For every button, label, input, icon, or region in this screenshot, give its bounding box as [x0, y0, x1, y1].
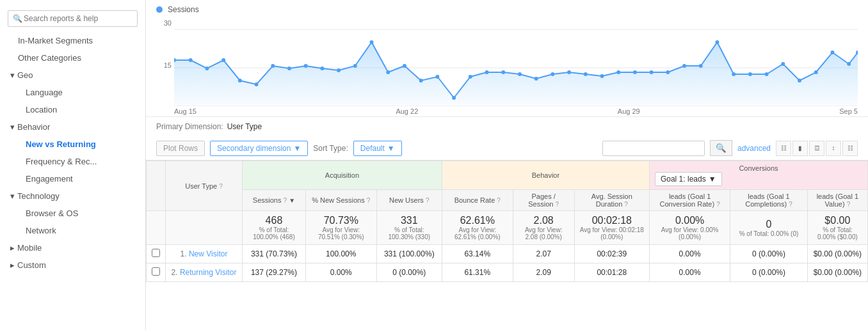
- total-pages-session: 2.08 Avg for View: 2.08 (0.00%): [513, 211, 574, 245]
- row2-leads-conversion: 0.00%: [649, 263, 730, 282]
- total-new-users: 331 % of Total: 100.30% (330): [376, 211, 442, 245]
- sidebar: 🔍 In-Market Segments Other Categories ▾ …: [0, 0, 146, 330]
- svg-point-8: [238, 79, 242, 82]
- primary-dim-label: Primary Dimension:: [156, 122, 223, 131]
- sidebar-item-other-categories[interactable]: Other Categories: [0, 49, 145, 67]
- svg-point-12: [304, 64, 308, 68]
- total-leads-value: $0.00 % of Total: 0.00% ($0.00): [807, 211, 867, 245]
- svg-point-21: [452, 96, 456, 100]
- help-icon[interactable]: ?: [367, 197, 371, 204]
- sidebar-section-custom[interactable]: ▸ Custom: [0, 256, 145, 274]
- help-icon[interactable]: ?: [284, 197, 287, 204]
- sidebar-item-network[interactable]: Network: [0, 222, 145, 239]
- row1-leads-completions: 0 (0.00%): [730, 245, 807, 263]
- goal-dropdown[interactable]: Goal 1: leads ▼: [655, 172, 722, 186]
- sidebar-item-engagement[interactable]: Engagement: [0, 170, 145, 187]
- secondary-dimension-dropdown[interactable]: Secondary dimension ▼: [210, 141, 308, 156]
- help-icon[interactable]: ?: [219, 183, 223, 190]
- svg-point-18: [403, 64, 406, 68]
- y-label-mid: 15: [156, 61, 172, 69]
- th-user-type: User Type ?: [166, 161, 243, 211]
- svg-point-15: [353, 64, 357, 68]
- svg-point-20: [435, 75, 439, 79]
- svg-point-17: [386, 70, 390, 74]
- chart-legend: Sessions: [156, 5, 858, 14]
- view-icon-compare[interactable]: ↕: [826, 141, 841, 156]
- search-icon: 🔍: [13, 14, 22, 23]
- primary-dim-value: User Type: [227, 122, 262, 131]
- svg-point-36: [699, 64, 703, 68]
- chart-svg: [174, 17, 858, 106]
- help-icon[interactable]: ?: [789, 201, 792, 208]
- totals-row: 468 % of Total: 100.00% (468) 70.73% Avg…: [147, 211, 868, 245]
- dropdown-arrow-icon: ▼: [387, 144, 395, 153]
- sidebar-section-mobile[interactable]: ▸ Mobile: [0, 239, 145, 256]
- svg-point-7: [221, 58, 225, 62]
- th-pct-new-sessions: % New Sessions ?: [305, 190, 376, 211]
- search-input[interactable]: [8, 10, 138, 27]
- svg-point-42: [798, 79, 801, 82]
- row1-leads-value: $0.00 (0.00%): [807, 245, 867, 263]
- caret-right-icon: ▸: [10, 243, 15, 253]
- view-icon-grid[interactable]: ☷: [776, 141, 791, 156]
- total-label-cell: [166, 211, 243, 245]
- th-checkbox: [147, 161, 166, 211]
- row1-bounce-rate: 63.14%: [442, 245, 513, 263]
- total-leads-conversion: 0.00% Avg for View: 0.00% (0.00%): [649, 211, 730, 245]
- data-table: User Type ? Acquisition Behavior Convers…: [146, 161, 868, 282]
- sidebar-section-geo[interactable]: ▾ Geo: [0, 67, 145, 84]
- row1-pages-session: 2.07: [513, 245, 574, 263]
- sort-arrow: ▼: [289, 197, 295, 204]
- svg-point-9: [255, 82, 259, 86]
- plot-rows-button[interactable]: Plot Rows: [156, 141, 205, 156]
- help-icon[interactable]: ?: [426, 197, 430, 204]
- sidebar-item-location[interactable]: Location: [0, 101, 145, 118]
- th-new-users: New Users ?: [376, 190, 442, 211]
- svg-point-11: [287, 67, 291, 70]
- help-icon[interactable]: ?: [716, 201, 720, 208]
- advanced-link[interactable]: advanced: [737, 144, 771, 153]
- sidebar-item-frequency-rec[interactable]: Frequency & Rec...: [0, 153, 145, 170]
- th-acquisition-group: Acquisition: [243, 161, 442, 190]
- row2-checkbox[interactable]: [152, 267, 160, 276]
- help-icon[interactable]: ?: [555, 201, 559, 208]
- row1-checkbox[interactable]: [152, 249, 160, 257]
- svg-point-6: [205, 67, 209, 70]
- svg-point-13: [320, 67, 324, 70]
- sidebar-section-behavior[interactable]: ▾ Behavior: [0, 118, 145, 136]
- row1-user-type-link[interactable]: New Visitor: [189, 249, 227, 258]
- row2-pct-new-sessions: 0.00%: [305, 263, 376, 282]
- sort-default-dropdown[interactable]: Default ▼: [353, 141, 402, 156]
- view-icon-pivot[interactable]: ☷: [842, 141, 858, 156]
- y-label-max: 30: [156, 19, 172, 27]
- sidebar-item-language[interactable]: Language: [0, 84, 145, 101]
- legend-dot: [156, 6, 163, 13]
- view-icon-pie[interactable]: ☲: [809, 141, 824, 156]
- table-controls: Plot Rows Secondary dimension ▼ Sort Typ…: [146, 136, 868, 161]
- sidebar-item-new-vs-returning[interactable]: New vs Returning: [0, 136, 145, 153]
- th-leads-conversion: leads (Goal 1 Conversion Rate) ?: [649, 190, 730, 211]
- sidebar-search-wrapper: 🔍: [0, 5, 145, 32]
- sidebar-item-in-market-segments[interactable]: In-Market Segments: [0, 32, 145, 49]
- svg-point-10: [271, 64, 275, 68]
- row2-leads-completions: 0 (0.00%): [730, 263, 807, 282]
- sidebar-section-technology[interactable]: ▾ Technology: [0, 187, 145, 205]
- help-icon[interactable]: ?: [497, 197, 501, 204]
- total-pct-new-sessions: 70.73% Avg for View: 70.51% (0.30%): [305, 211, 376, 245]
- help-icon[interactable]: ?: [847, 201, 851, 208]
- view-icon-chart[interactable]: ▮: [792, 141, 808, 156]
- row2-user-type-link[interactable]: Returning Visitor: [180, 268, 237, 277]
- main-content: Sessions 30 15: [146, 0, 868, 330]
- x-label-aug22: Aug 22: [396, 107, 418, 115]
- row2-new-users: 0 (0.00%): [376, 263, 442, 282]
- caret-right-icon: ▸: [10, 260, 15, 270]
- table-search-input[interactable]: [602, 141, 705, 156]
- table-search-button[interactable]: 🔍: [710, 140, 732, 156]
- row2-bounce-rate: 61.31%: [442, 263, 513, 282]
- total-checkbox-cell: [147, 211, 166, 245]
- sort-type-label: Sort Type:: [313, 144, 348, 153]
- sidebar-item-browser-os[interactable]: Browser & OS: [0, 205, 145, 222]
- help-icon[interactable]: ?: [624, 201, 628, 208]
- total-sessions: 468 % of Total: 100.00% (468): [243, 211, 306, 245]
- svg-point-30: [600, 74, 604, 78]
